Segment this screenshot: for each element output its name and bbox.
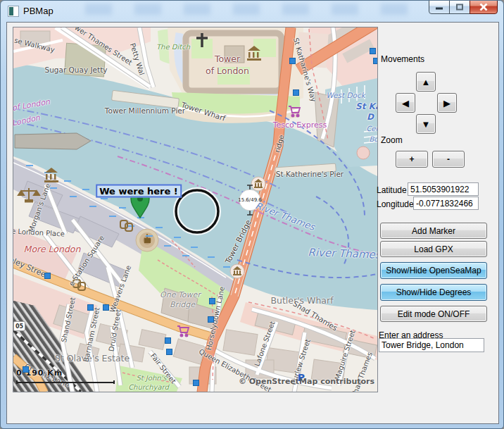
window-title: PBMap bbox=[23, 6, 53, 16]
maximize-button[interactable] bbox=[449, 0, 470, 14]
edit-mode-button[interactable]: Edit mode ON/OFF bbox=[380, 306, 487, 322]
edit-node-handle[interactable] bbox=[103, 304, 109, 311]
edit-node-handle[interactable] bbox=[193, 380, 199, 386]
zoom-out-button[interactable]: - bbox=[432, 151, 465, 168]
edit-node-handle[interactable] bbox=[165, 337, 171, 344]
move-up-button[interactable]: ▲ bbox=[416, 72, 436, 92]
edit-node-handle[interactable] bbox=[23, 366, 29, 373]
maximize-icon bbox=[455, 4, 464, 11]
app-icon bbox=[8, 6, 19, 17]
edit-node-handle[interactable] bbox=[289, 58, 296, 64]
road-ref-badge: 05 bbox=[13, 321, 25, 331]
edit-node-handle[interactable] bbox=[370, 48, 376, 54]
edit-node-handle[interactable] bbox=[87, 304, 94, 311]
edit-node-handle[interactable] bbox=[209, 298, 215, 304]
zoom-in-button[interactable]: + bbox=[396, 151, 428, 168]
bridge-clearance-text: 15.6/49.6 bbox=[238, 197, 262, 203]
longitude-input[interactable] bbox=[413, 197, 479, 210]
client-area: se Walkway wer Thames Street Petty Wal T… bbox=[6, 22, 499, 424]
osm-attribution: © OpenStreetMap contributors bbox=[239, 377, 374, 386]
map-graphics bbox=[13, 27, 377, 392]
ship-hms-belfast bbox=[15, 133, 91, 149]
toggle-degrees-button[interactable]: Show/Hide Degrees bbox=[380, 284, 487, 301]
edit-node-handle[interactable] bbox=[293, 89, 299, 96]
zoom-label: Zoom bbox=[381, 135, 403, 145]
latitude-label: Latitude bbox=[377, 185, 407, 195]
minimize-button[interactable] bbox=[429, 0, 450, 14]
latitude-input[interactable] bbox=[408, 182, 479, 196]
add-marker-button[interactable]: Add Marker bbox=[380, 223, 487, 239]
movements-label: Movements bbox=[381, 54, 424, 64]
parking-icon: P bbox=[298, 372, 305, 383]
scale-bar-line bbox=[16, 380, 115, 384]
edit-node-handle[interactable] bbox=[166, 349, 172, 355]
close-icon bbox=[479, 4, 489, 11]
longitude-label: Longitude bbox=[377, 199, 414, 209]
map-canvas[interactable]: se Walkway wer Thames Street Petty Wal T… bbox=[13, 27, 378, 392]
minimize-icon bbox=[435, 4, 443, 11]
we-were-here-label[interactable]: We were here ! bbox=[96, 185, 182, 198]
edit-node-handle[interactable] bbox=[208, 316, 214, 323]
toggle-openseamap-button[interactable]: Show/Hide OpenSeaMap bbox=[380, 262, 487, 279]
move-down-button[interactable]: ▼ bbox=[416, 114, 436, 134]
edit-node-handle[interactable] bbox=[44, 273, 51, 279]
close-button[interactable] bbox=[470, 0, 498, 14]
move-left-button[interactable]: ◀ bbox=[396, 93, 415, 113]
title-bar[interactable]: PBMap bbox=[1, 1, 503, 22]
address-input[interactable] bbox=[379, 338, 484, 352]
load-gpx-button[interactable]: Load GPX bbox=[380, 241, 487, 257]
move-right-button[interactable]: ▶ bbox=[437, 93, 457, 113]
app-window: PBMap bbox=[0, 0, 504, 429]
edit-node-handle[interactable] bbox=[373, 58, 378, 64]
